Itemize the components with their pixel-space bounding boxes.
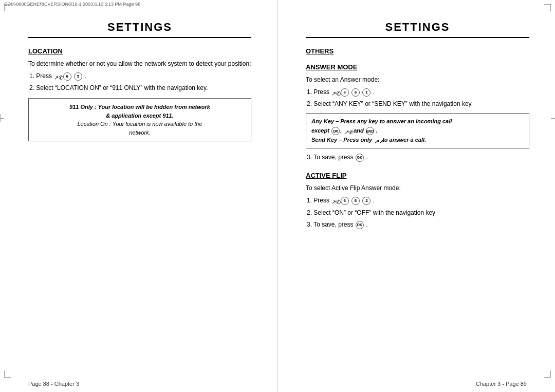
page-container: CDM-8600GENERICVERSION6/10-1 2003.6.10 5… [0, 0, 555, 392]
answer-step1: 1. Press ✆ 6 6 1 . [306, 87, 529, 97]
corner-tr [544, 4, 551, 11]
note-send-icon: ↗ [374, 137, 380, 143]
answer-key-6b: 6 [351, 88, 360, 97]
active-flip-heading: ACTIVE FLIP [306, 172, 529, 179]
flip-step3: 3. To save, press OK . [306, 220, 529, 230]
note-end-key: END [366, 127, 374, 135]
answer-key-6a: 6 [341, 88, 349, 97]
key-5: 5 [74, 72, 82, 81]
key-6: 6 [63, 72, 71, 81]
note-ok-key: OK [331, 127, 340, 135]
left-page: SETTINGS LOCATION To determine whether o… [0, 0, 278, 392]
center-cross-right [551, 114, 555, 122]
info-line2: & application except 911. [106, 113, 173, 119]
info-line1: 911 Only : Your location will be hidden … [69, 104, 210, 110]
corner-br [544, 370, 551, 378]
flip-save-key: OK [356, 221, 364, 229]
info-line3: Location On : Your location is now avail… [77, 121, 202, 127]
note-line3: Send Key – Press only ↗ to answer a call… [311, 137, 426, 143]
flip-step2: 2. Select “ON” or “OFF” with the navigat… [306, 208, 529, 218]
center-cross-left [0, 114, 4, 122]
location-step1: 1. Press ✆ 6 5 . [28, 71, 251, 81]
answer-menu-icon: ✆ [331, 89, 338, 96]
answer-mode-heading: ANSWER MODE [306, 63, 529, 71]
location-heading: LOCATION [28, 47, 251, 55]
flip-key-6a: 6 [341, 197, 349, 205]
note-line1: Any Key – Press any key to answer an inc… [311, 118, 452, 124]
save-ok-key: OK [356, 154, 364, 162]
corner-tl [4, 4, 11, 11]
answer-step3: 3. To save, press OK . [306, 153, 529, 162]
corner-bl [4, 370, 11, 378]
info-line4: network. [129, 129, 151, 136]
right-page: SETTINGS OTHERS ANSWER MODE To select an… [278, 0, 555, 392]
answer-mode-intro: To select an Answer mode: [306, 75, 529, 84]
flip-key-2: 2 [362, 197, 371, 205]
location-step2: 2. Select “LOCATION ON” or “911 ONLY” wi… [28, 83, 251, 93]
answer-key-1: 1 [362, 88, 371, 97]
footer-left: Page 88 - Chapter 3 [28, 381, 79, 387]
answer-step2: 2. Select “ANY KEY” or “SEND KEY” with t… [306, 99, 529, 109]
footer-right: Chapter 3 - Page 89 [476, 381, 527, 387]
flip-step1: 1. Press ✆ 6 6 2 . [306, 196, 529, 206]
flip-menu-icon: ✆ [331, 198, 338, 204]
answer-note-box: Any Key – Press any key to answer an inc… [306, 113, 529, 148]
footer: Page 88 - Chapter 3 Chapter 3 - Page 89 [0, 381, 555, 387]
right-page-title: SETTINGS [306, 21, 529, 38]
location-info-box: 911 Only : Your location will be hidden … [28, 98, 251, 141]
note-send-key: ✆ [344, 128, 350, 134]
active-flip-intro: To select Active Flip Answer mode: [306, 183, 529, 193]
left-page-title: SETTINGS [28, 21, 251, 38]
location-intro: To determine whether or not you allow th… [28, 59, 251, 68]
menu-icon: ✆ [54, 73, 60, 80]
note-line2: except OK, ✆, and END . [311, 127, 378, 134]
others-heading: OTHERS [306, 47, 529, 55]
flip-key-6b: 6 [351, 197, 360, 205]
